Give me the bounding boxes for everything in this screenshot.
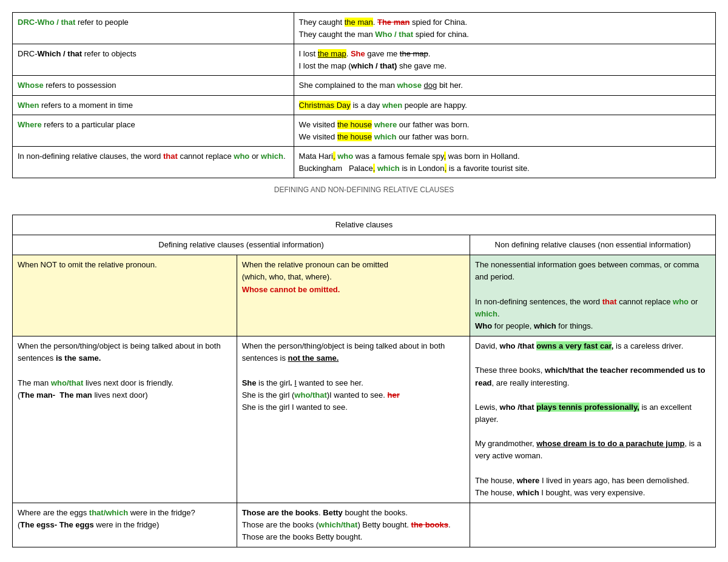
table-row: In non-defining relative clauses, the wo… [13, 147, 716, 178]
highlight: the man [345, 18, 373, 27]
term-who-nd2: Who [475, 321, 492, 330]
term-whose2: whose [397, 81, 421, 90]
highlight3: the house [337, 132, 372, 141]
not-same: not the same. [288, 353, 339, 363]
period-bold: . [290, 378, 292, 387]
defining-header: Defining relative clauses (essential inf… [13, 235, 470, 255]
which-bought: which [517, 488, 539, 497]
term-that-which: that/which [89, 508, 128, 517]
hl-owns: owns a very fast car [536, 341, 612, 350]
books-strike: the books [411, 520, 448, 529]
table-row: When refers to a moment in time Christma… [13, 95, 716, 115]
term-who-that: who/that [51, 378, 83, 387]
comma1: , [333, 152, 335, 161]
whose-cannot: Whose cannot be omitted. [242, 285, 340, 294]
comma4: , [445, 164, 447, 173]
table-row: DRC-Who / that refer to people They caug… [13, 13, 716, 44]
left-cell: Whose refers to possession [13, 76, 294, 96]
where-lived: where [517, 476, 540, 485]
term-which: Which / that [38, 49, 83, 58]
term-when: When [18, 101, 39, 110]
def-col1-r3: Where are the eggs that/which were in th… [13, 503, 237, 547]
highlight2: the house [337, 120, 372, 129]
term-she: She [351, 49, 365, 58]
non-defining-header: Non defining relative clauses (non essen… [470, 235, 716, 255]
header-row-sub: Defining relative clauses (essential inf… [13, 235, 716, 255]
hl-plays: plays tennis professionally, [536, 403, 639, 412]
non-def-col-r3 [470, 503, 716, 547]
top-caption: DEFINING AND NON-DEFINING RELATIVE CLAUS… [12, 183, 716, 196]
main-header: Relative clauses [13, 215, 716, 235]
i-underline: I [294, 378, 297, 387]
table-row: Whose refers to possession She complaine… [13, 76, 716, 96]
betty-bold: Betty [323, 508, 343, 517]
she-bold: She [242, 378, 257, 387]
strikethrough: the map [400, 49, 428, 58]
top-table: DRC-Who / that refer to people They caug… [12, 12, 716, 178]
right-cell: They caught the man. The man spied for C… [294, 13, 715, 44]
right-cell: Christmas Day is a day when people are h… [294, 95, 715, 115]
strikethrough: The man [377, 18, 410, 27]
table-row: When NOT to omit the relative pronoun. W… [13, 255, 716, 336]
highlight: the map [318, 49, 346, 58]
term-who: Who / that [375, 30, 413, 39]
term-which-nd2: which [534, 321, 556, 330]
egss-bold: The egss- The eggs [20, 520, 93, 529]
who-that-david: who /that owns a very fast car, [500, 341, 614, 350]
def-col2-r3: Those are the books. Betty bought the bo… [237, 503, 470, 547]
left-cell: DRC-Which / that refer to objects [13, 44, 294, 76]
def-col1-r2: When the person/thing/object is being ta… [13, 336, 237, 503]
term-which2: which [374, 132, 397, 141]
term-which-nd: which [475, 309, 497, 318]
table-row: Where refers to a particular place We vi… [13, 115, 716, 147]
which-that-books: which/that the teacher recommended us to… [475, 366, 705, 387]
who-that-lewis: who /that plays tennis professionally, [500, 403, 639, 412]
term-that-nd: that [602, 297, 617, 306]
bottom-table: Relative clauses Defining relative claus… [12, 215, 716, 547]
term-where: Where [18, 120, 42, 129]
whose-dream: whose dream is to do a parachute jump [536, 439, 684, 448]
term-who-that2: who/that [294, 390, 326, 400]
dog-underline: dog [424, 81, 437, 90]
term-who-nd: who [673, 297, 689, 306]
left-cell: In non-defining relative clauses, the wo… [13, 147, 294, 178]
left-cell: DRC-Who / that refer to people [13, 13, 294, 44]
the-man-bold: The man- The man [20, 390, 92, 400]
header-row-main: Relative clauses [13, 215, 716, 235]
is-same: is the same. [56, 353, 101, 363]
def-col2: When the relative pronoun can be omitted… [237, 255, 470, 336]
table-row: DRC-Which / that refer to objects I lost… [13, 44, 716, 76]
non-def-col: The nonessential information goes betwee… [470, 255, 716, 336]
right-cell: I lost the map. She gave me the map. I l… [294, 44, 715, 76]
non-def-col-r2: David, who /that owns a very fast car, i… [470, 336, 716, 503]
term-where2: where [374, 120, 397, 129]
table-row: When the person/thing/object is being ta… [13, 336, 716, 503]
her-strike: her [388, 390, 400, 400]
right-cell: We visited the house where our father wa… [294, 115, 715, 147]
right-cell: She complained to the man whose dog bit … [294, 76, 715, 96]
term-whose: Whose [18, 81, 44, 90]
term-which3: which [261, 152, 283, 161]
term-who3: who [337, 152, 353, 161]
left-cell: When refers to a moment in time [13, 95, 294, 115]
term-drc-who: DRC-Who / that [18, 18, 75, 27]
comma2: , [444, 152, 447, 161]
term-which-that3: which/that [318, 520, 357, 529]
def-col1: When NOT to omit the relative pronoun. [13, 255, 237, 336]
christmas-highlight: Christmas Day [299, 101, 351, 110]
term-which4: which [377, 164, 400, 173]
term-who2: who [234, 152, 249, 161]
table-row: Where are the eggs that/which were in th… [13, 503, 716, 547]
right-cell: Mata Hari, who was a famous female spy, … [294, 147, 715, 178]
def-col2-r2: When the person/thing/object is being ta… [237, 336, 470, 503]
term-that2: that [163, 152, 178, 161]
those-are-bold: Those are the books [242, 508, 318, 517]
comma3: , [373, 164, 376, 173]
left-cell: Where refers to a particular place [13, 115, 294, 147]
term-when2: when [382, 101, 402, 110]
term-which-that: which / that) [351, 61, 397, 70]
